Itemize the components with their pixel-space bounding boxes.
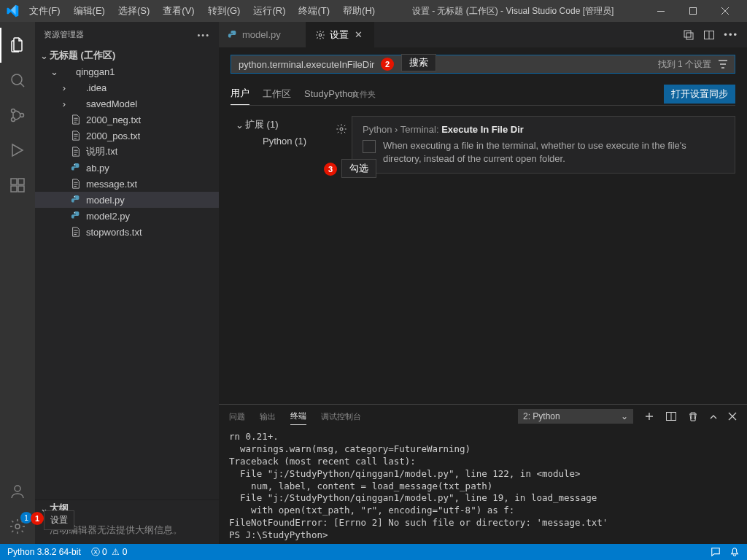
chevron-down-icon: ⌄ <box>621 411 628 421</box>
panel-tabs: 问题输出终端调试控制台 2: Python⌄ <box>219 405 747 428</box>
menu-选择(S)[interactable]: 选择(S) <box>112 1 155 20</box>
scope-folder[interactable]: StudyPython 文件夹 <box>304 84 376 104</box>
tree-label: model2.py <box>86 211 130 222</box>
tab-label: 设置 <box>330 28 349 42</box>
tree-item[interactable]: 2000_pos.txt <box>35 128 219 144</box>
close-button[interactable] <box>709 0 741 22</box>
menu-终端(T)[interactable]: 终端(T) <box>293 1 336 20</box>
workspace-label: 无标题 (工作区) <box>50 49 115 62</box>
tree-label: message.txt <box>86 179 137 190</box>
tree-item[interactable]: ⌄qinggan1 <box>35 63 219 79</box>
scope-workspace[interactable]: 工作区 <box>263 83 291 105</box>
terminal-selector[interactable]: 2: Python⌄ <box>518 409 633 424</box>
python-file-icon <box>70 194 82 206</box>
chevron-icon: › <box>58 98 70 109</box>
menu-查看(V)[interactable]: 查看(V) <box>157 1 200 20</box>
settings-toc-item[interactable]: Python (1) <box>231 133 340 149</box>
close-panel-icon[interactable] <box>728 412 737 421</box>
open-editors-icon[interactable] <box>683 29 694 41</box>
settings-toc-item[interactable]: ⌄扩展 (1) <box>231 116 340 133</box>
tree-label: stopwords.txt <box>86 227 142 238</box>
tree-item[interactable]: ›.idea <box>35 79 219 96</box>
tree-item[interactable]: ›savedModel <box>35 96 219 112</box>
problems-status[interactable]: ⓧ 0 ⚠ 0 <box>91 546 128 559</box>
run-activity[interactable] <box>0 133 35 168</box>
new-terminal-icon[interactable] <box>643 411 655 422</box>
chevron-icon: › <box>58 82 70 93</box>
settings-tooltip: 设置 <box>44 510 74 530</box>
minimize-button[interactable] <box>645 0 677 22</box>
annotation-search-label: 搜索 <box>401 54 436 71</box>
more-icon[interactable]: ••• <box>724 29 738 40</box>
text-file-icon <box>70 226 82 238</box>
statusbar: Python 3.8.2 64-bit ⓧ 0 ⚠ 0 <box>0 544 747 560</box>
tree-item[interactable]: model.py <box>35 192 219 208</box>
file-tree: ⌄qinggan1›.idea›savedModel2000_neg.txt20… <box>35 63 219 499</box>
setting-checkbox[interactable] <box>363 140 376 153</box>
tree-item[interactable]: message.txt <box>35 176 219 192</box>
bell-icon[interactable] <box>729 547 740 557</box>
panel-tab[interactable]: 终端 <box>290 408 306 425</box>
window-controls <box>645 0 741 22</box>
editor-tab[interactable]: 设置✕ <box>306 22 374 47</box>
svg-point-12 <box>74 164 75 165</box>
terminal-output[interactable]: rn 0.21+. warnings.warn(msg, category=Fu… <box>219 428 747 544</box>
tree-label: ab.py <box>86 163 109 174</box>
python-env-status[interactable]: Python 3.8.2 64-bit <box>7 547 81 557</box>
scm-activity[interactable] <box>0 98 35 133</box>
settings-result-count: 找到 1 个设置 <box>652 58 735 71</box>
tree-item[interactable]: 说明.txt <box>35 144 219 160</box>
svg-point-14 <box>74 212 75 213</box>
svg-point-3 <box>12 109 15 113</box>
split-terminal-icon[interactable] <box>665 411 677 422</box>
split-editor-icon[interactable] <box>703 29 715 41</box>
maximize-button[interactable] <box>677 0 709 22</box>
svg-point-5 <box>20 114 24 117</box>
menu-帮助(H)[interactable]: 帮助(H) <box>337 1 381 20</box>
close-tab-icon[interactable]: ✕ <box>353 29 365 41</box>
svg-point-2 <box>12 74 22 85</box>
settings-toc: ⌄扩展 (1)Python (1) <box>231 116 340 174</box>
panel-tab[interactable]: 调试控制台 <box>321 408 361 425</box>
settings-activity[interactable]: 1 <box>0 509 35 544</box>
accounts-activity[interactable] <box>0 474 35 509</box>
annotation-3: 3 <box>324 163 337 176</box>
editor-tab[interactable]: model.py✕ <box>219 22 306 47</box>
sync-settings-button[interactable]: 打开设置同步 <box>664 85 735 104</box>
tree-label: model.py <box>86 195 125 206</box>
svg-rect-16 <box>684 31 691 37</box>
tree-item[interactable]: model2.py <box>35 208 219 224</box>
titlebar: 文件(F)编辑(E)选择(S)查看(V)转到(G)运行(R)终端(T)帮助(H)… <box>0 0 747 22</box>
python-file-icon <box>70 210 82 222</box>
extensions-activity[interactable] <box>0 168 35 203</box>
menu-运行(R)[interactable]: 运行(R) <box>247 1 291 20</box>
chevron-down-icon: ⌄ <box>38 50 50 61</box>
panel-tab[interactable]: 问题 <box>229 408 245 425</box>
search-activity[interactable] <box>0 63 35 98</box>
svg-rect-0 <box>657 11 665 12</box>
maximize-panel-icon[interactable] <box>709 412 718 421</box>
settings-search[interactable]: 找到 1 个设置 <box>231 55 735 74</box>
svg-rect-6 <box>11 179 17 184</box>
svg-point-20 <box>340 128 343 131</box>
menu-文件(F)[interactable]: 文件(F) <box>23 1 66 20</box>
tree-item[interactable]: stopwords.txt <box>35 224 219 240</box>
vscode-logo-icon <box>6 4 19 18</box>
workspace-root[interactable]: ⌄ 无标题 (工作区) <box>35 47 219 63</box>
text-file-icon <box>70 178 82 190</box>
scope-user[interactable]: 用户 <box>231 82 249 105</box>
tree-item[interactable]: ab.py <box>35 160 219 176</box>
explorer-activity[interactable] <box>0 28 35 63</box>
settings-search-input[interactable] <box>231 59 652 70</box>
menu-编辑(E)[interactable]: 编辑(E) <box>68 1 111 20</box>
toc-label: 扩展 (1) <box>245 118 279 131</box>
feedback-icon[interactable] <box>711 547 721 557</box>
gear-icon[interactable] <box>336 123 347 135</box>
tree-item[interactable]: 2000_neg.txt <box>35 112 219 128</box>
kill-terminal-icon[interactable] <box>687 411 699 422</box>
menu-转到(G)[interactable]: 转到(G) <box>202 1 247 20</box>
more-icon[interactable]: ••• <box>197 31 210 39</box>
filter-icon[interactable] <box>717 58 729 70</box>
panel-tab[interactable]: 输出 <box>260 408 276 425</box>
python-file-icon <box>70 162 82 174</box>
